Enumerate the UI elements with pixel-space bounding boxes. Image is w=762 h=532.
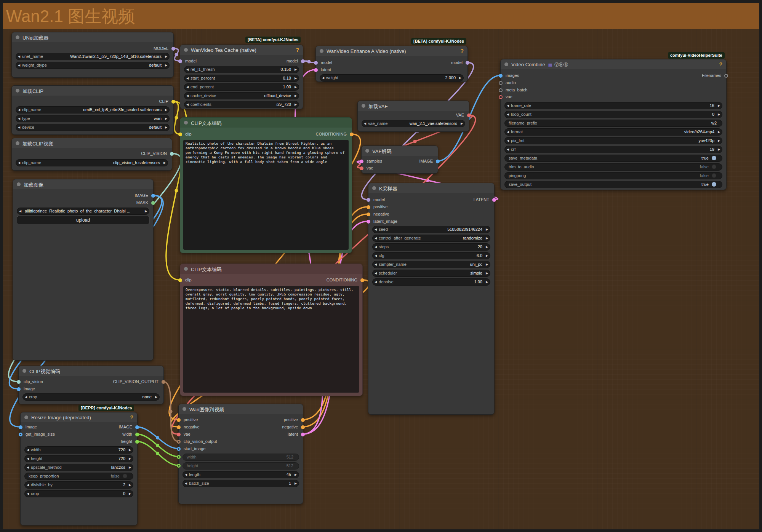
start_image-input-dot[interactable] (177, 447, 181, 451)
decrement-arrow-icon[interactable]: ◀ (16, 62, 22, 69)
ksampler-header[interactable]: K采样器 (368, 183, 494, 193)
decrement-arrow-icon[interactable]: ◀ (505, 137, 511, 144)
decrement-arrow-icon[interactable]: ◀ (184, 93, 190, 99)
increment-arrow-icon[interactable]: ▶ (484, 235, 490, 241)
increment-arrow-icon[interactable]: ▶ (459, 120, 465, 127)
widget-value[interactable]: false (59, 474, 121, 478)
decrement-arrow-icon[interactable]: ◀ (16, 107, 22, 113)
widget-value[interactable]: 19 (515, 147, 716, 152)
collapse-dot[interactable] (24, 415, 28, 419)
VAE-output-dot[interactable] (467, 113, 471, 117)
image-input-dot[interactable] (19, 425, 22, 429)
clip-text-encode-positive-node[interactable]: CLIP文本编码clipCONDITIONINGRealistic photo … (180, 117, 352, 253)
ksampler-node[interactable]: K采样器modelpositivenegativelatent_imageLAT… (368, 183, 495, 415)
latent_image-input-dot[interactable] (367, 220, 370, 224)
images-input-dot[interactable] (499, 74, 503, 78)
unet-loader-widget-weight_dtype[interactable]: ◀weight_dtypedefault▶ (16, 62, 170, 69)
collapse-dot[interactable] (320, 49, 323, 53)
widget-value[interactable]: video/h264-mp4 (523, 129, 716, 134)
increment-arrow-icon[interactable]: ▶ (127, 447, 133, 453)
widget-value[interactable]: 0.150 (215, 67, 293, 72)
increment-arrow-icon[interactable]: ▶ (293, 84, 299, 90)
widget-value[interactable]: 518508209146224 (388, 227, 484, 232)
clip-loader-header[interactable]: 加载CLIP (12, 86, 173, 96)
decrement-arrow-icon[interactable]: ◀ (183, 471, 189, 478)
CONDITIONING-output-dot[interactable] (360, 278, 364, 282)
decrement-arrow-icon[interactable]: ◀ (373, 261, 379, 268)
increment-arrow-icon[interactable]: ▶ (293, 101, 299, 108)
widget-value[interactable]: 720 (41, 447, 127, 452)
decrement-arrow-icon[interactable]: ◀ (373, 244, 379, 250)
LATENT-output-dot[interactable] (492, 198, 496, 202)
decrement-arrow-icon[interactable]: ◀ (25, 455, 31, 462)
CONDITIONING-output-dot[interactable] (350, 133, 354, 136)
positive-output-dot[interactable] (301, 418, 305, 422)
collapse-dot[interactable] (504, 62, 508, 66)
wan-image-to-video-header[interactable]: Wan图像到视频 (179, 404, 303, 414)
decrement-arrow-icon[interactable]: ◀ (25, 447, 31, 453)
video-combine-widget-save_metadata[interactable]: save_metadatatrue (504, 155, 722, 162)
width-output-dot[interactable] (135, 433, 139, 436)
positive-input-dot[interactable] (177, 418, 181, 422)
help-icon[interactable]: ? (719, 61, 722, 67)
increment-arrow-icon[interactable]: ▶ (163, 124, 169, 131)
ksampler-widget-seed[interactable]: ◀seed518508209146224▶ (372, 226, 490, 233)
unet-loader-header[interactable]: UNet加载器 (12, 32, 173, 42)
widget-value[interactable]: 0 (39, 491, 127, 496)
model-input-dot[interactable] (314, 61, 318, 65)
CLIP-output-dot[interactable] (171, 100, 175, 104)
decrement-arrow-icon[interactable]: ◀ (23, 394, 29, 400)
collapse-dot[interactable] (22, 369, 26, 373)
widget-value[interactable]: true (537, 156, 710, 160)
resize-image-widget-keep_proportion[interactable]: keep_proportionfalse (24, 473, 133, 480)
clip-vision-encode-widget-crop[interactable]: ◀cropnone▶ (22, 393, 160, 401)
MODEL-output-dot[interactable] (171, 47, 175, 51)
widget-value[interactable]: wan_2.1_vae.safetensors (387, 121, 459, 126)
model-input-dot[interactable] (367, 198, 370, 202)
help-icon[interactable]: ? (130, 414, 133, 420)
video-combine-widget-save_output[interactable]: save_outputtrue (504, 181, 722, 188)
clip-vision-encode-node[interactable]: CLIP视觉编码clip_visionimageCLIP_VISION_OUTP… (18, 366, 164, 404)
widget-value[interactable]: 0 (531, 112, 716, 117)
get_image_size-input-dot[interactable] (19, 433, 22, 436)
increment-arrow-icon[interactable]: ▶ (127, 482, 133, 488)
collapse-dot[interactable] (17, 182, 21, 186)
video-combine-widget-loop_count[interactable]: ◀loop_count0▶ (504, 111, 722, 118)
teacache-widget-start_percent[interactable]: ◀start_percent0.10▶ (184, 75, 299, 82)
video-combine-node[interactable]: Video Combine▦ⓋⒽⓈ?imagesaudiometa_batchv… (500, 59, 727, 190)
ksampler-widget-cfg[interactable]: ◀cfg6.0▶ (372, 252, 490, 259)
ksampler-widget-sampler_name[interactable]: ◀sampler_nameuni_pc▶ (372, 261, 490, 268)
widget-value[interactable]: 1 (209, 481, 293, 486)
resize-image-node[interactable]: Resize Image (deprecated)?imageget_image… (20, 412, 138, 526)
width-input-dot[interactable] (177, 455, 181, 459)
increment-arrow-icon[interactable]: ▶ (163, 115, 169, 122)
load-image-widget-value[interactable]: ◀ailittleprince_Realistic_photo_of_the_c… (17, 208, 149, 215)
video-combine-widget-pix_fmt[interactable]: ◀pix_fmtyuv420p▶ (504, 137, 722, 144)
resize-image-header[interactable]: Resize Image (deprecated) (21, 412, 137, 422)
ksampler-widget-denoise[interactable]: ◀denoise1.00▶ (372, 278, 490, 286)
toggle-dot[interactable] (712, 165, 716, 169)
teacache-widget-coefficients[interactable]: ◀coefficientsi2v_720▶ (184, 101, 299, 108)
help-icon[interactable]: ? (460, 48, 464, 54)
Filenames-output-dot[interactable] (724, 74, 728, 78)
vae-decode-node[interactable]: VAE解码samplesvaeIMAGE (361, 145, 438, 174)
samples-input-dot[interactable] (360, 160, 363, 163)
clip-loader-widget-device[interactable]: ◀devicedefault▶ (16, 124, 170, 131)
model-input-dot[interactable] (178, 59, 182, 63)
increment-arrow-icon[interactable]: ▶ (163, 62, 169, 69)
unet-loader-widget-unet_name[interactable]: ◀unet_nameWan2.1\wan2.1_i2v_720p_14B_bf1… (16, 53, 170, 60)
teacache-widget-end_percent[interactable]: ◀end_percent1.00▶ (184, 83, 299, 91)
decrement-arrow-icon[interactable]: ◀ (373, 226, 379, 233)
widget-value[interactable]: default (47, 63, 163, 67)
increment-arrow-icon[interactable]: ▶ (153, 394, 159, 400)
widget-value[interactable]: default (34, 125, 163, 129)
teacache-header[interactable]: WanVideo Tea Cache (native) (180, 45, 303, 55)
widget-value[interactable]: 16 (531, 103, 716, 108)
video-combine-widget-trim_to_audio[interactable]: trim_to_audiofalse (504, 163, 722, 171)
decrement-arrow-icon[interactable]: ◀ (373, 235, 379, 241)
clip-text-encode-positive-prompt-textarea[interactable]: Realistic photo of the character Dhalsim… (183, 140, 349, 250)
clip-vision-loader-header[interactable]: 加载CLIP视觉 (12, 138, 172, 148)
resize-image-widget-crop[interactable]: ◀crop0▶ (24, 490, 133, 497)
decrement-arrow-icon[interactable]: ◀ (184, 84, 190, 90)
increment-arrow-icon[interactable]: ▶ (293, 93, 299, 99)
